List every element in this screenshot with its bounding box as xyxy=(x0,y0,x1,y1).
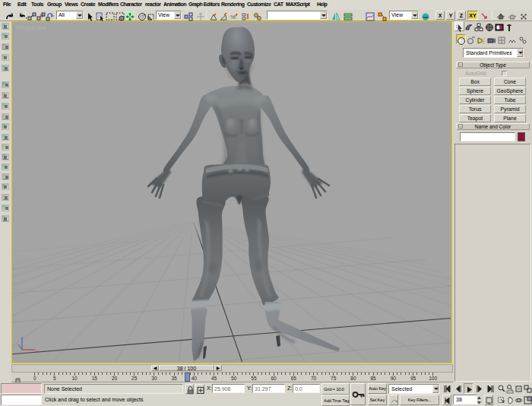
svg-text:%: % xyxy=(230,14,236,21)
svg-text:Perspective: Perspective xyxy=(17,24,46,31)
svg-text:x: x xyxy=(36,349,38,354)
